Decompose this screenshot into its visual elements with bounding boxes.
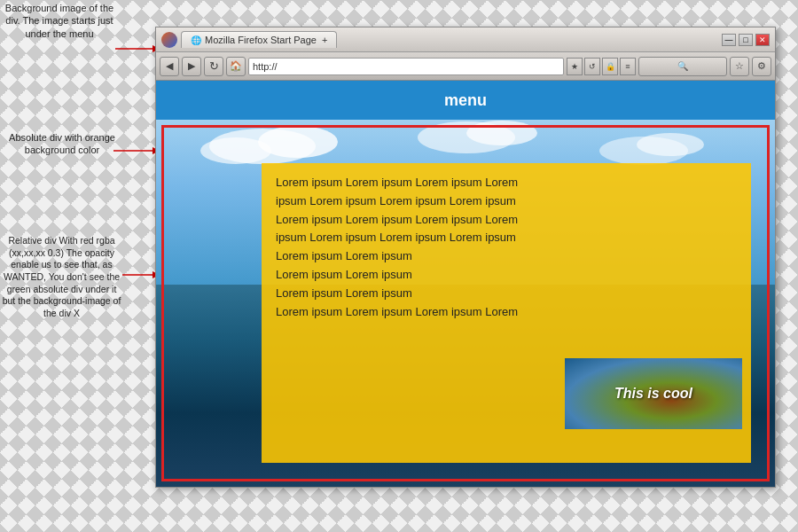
lorem-text-block: Lorem ipsum Lorem ipsum Lorem ipsum Lore… bbox=[276, 174, 737, 321]
annotation-arrow-bottom bbox=[0, 262, 164, 288]
shield-icon[interactable]: 🔒 bbox=[602, 58, 618, 75]
forward-button[interactable]: ▶ bbox=[182, 57, 201, 76]
annotations-panel: Background image of the div. The image s… bbox=[0, 0, 137, 532]
restore-button[interactable]: □ bbox=[739, 34, 753, 46]
tab-favicon: 🌐 bbox=[191, 35, 201, 45]
tools-button[interactable]: ⚙ bbox=[752, 57, 771, 76]
red-border-div: Lorem ipsum Lorem ipsum Lorem ipsum Lore… bbox=[161, 125, 770, 481]
lorem-line-7: Lorem ipsum Lorem ipsum bbox=[276, 285, 737, 303]
search-button[interactable]: 🔍 bbox=[638, 57, 727, 76]
address-bar[interactable]: http:// bbox=[248, 58, 564, 75]
browser-titlebar: 🌐 Mozilla Firefox Start Page + — □ ✕ bbox=[156, 27, 775, 52]
yellow-content-div: Lorem ipsum Lorem ipsum Lorem ipsum Lore… bbox=[262, 163, 751, 463]
lorem-line-1: Lorem ipsum Lorem ipsum Lorem ipsum Lore… bbox=[276, 174, 737, 192]
bookmark-button[interactable]: ☆ bbox=[730, 57, 749, 76]
lorem-line-5: Lorem ipsum Lorem ipsum bbox=[276, 247, 737, 266]
lorem-line-8: Lorem ipsum Lorem ipsum Lorem ipsum Lore… bbox=[276, 303, 737, 322]
minimize-button[interactable]: — bbox=[722, 34, 736, 46]
bookmark-star-icon[interactable]: ★ bbox=[567, 58, 583, 75]
reload-button[interactable]: ↻ bbox=[204, 57, 223, 76]
lorem-line-2: ipsum Lorem ipsum Lorem ipsum Lorem ipsu… bbox=[276, 192, 737, 211]
cool-image-box: This is cool bbox=[565, 358, 742, 429]
back-button[interactable]: ◀ bbox=[160, 57, 179, 76]
home-button[interactable]: 🏠 bbox=[226, 57, 246, 76]
menu-icon[interactable]: ≡ bbox=[620, 58, 636, 75]
menu-label: menu bbox=[444, 91, 487, 110]
site-menu-bar: menu bbox=[156, 81, 775, 120]
page-body: Lorem ipsum Lorem ipsum Lorem ipsum Lore… bbox=[156, 120, 775, 487]
lorem-line-4: ipsum Lorem ipsum Lorem ipsum Lorem ipsu… bbox=[276, 229, 737, 247]
close-button[interactable]: ✕ bbox=[755, 34, 770, 46]
firefox-logo-icon bbox=[161, 32, 177, 48]
browser-navbar: ◀ ▶ ↻ 🏠 http:// ★ ↺ 🔒 ≡ 🔍 ☆ ⚙ bbox=[156, 52, 775, 81]
tab-title: Mozilla Firefox Start Page bbox=[205, 35, 317, 45]
lorem-line-3: Lorem ipsum Lorem ipsum Lorem ipsum Lore… bbox=[276, 211, 737, 230]
cool-text-label: This is cool bbox=[614, 386, 692, 402]
lorem-line-6: Lorem ipsum Lorem ipsum bbox=[276, 266, 737, 285]
nav-icons: ★ ↺ 🔒 ≡ bbox=[567, 58, 636, 75]
window-controls: — □ ✕ bbox=[722, 34, 770, 46]
annotation-arrow-top bbox=[0, 0, 160, 89]
browser-window: 🌐 Mozilla Firefox Start Page + — □ ✕ ◀ ▶… bbox=[155, 27, 776, 488]
browser-tab[interactable]: 🌐 Mozilla Firefox Start Page + bbox=[181, 31, 337, 48]
browser-content: menu bbox=[156, 81, 775, 487]
address-text: http:// bbox=[253, 61, 278, 72]
annotation-arrow-middle bbox=[0, 124, 164, 177]
refresh-icon[interactable]: ↺ bbox=[584, 58, 600, 75]
tab-area: 🌐 Mozilla Firefox Start Page + bbox=[181, 31, 722, 48]
